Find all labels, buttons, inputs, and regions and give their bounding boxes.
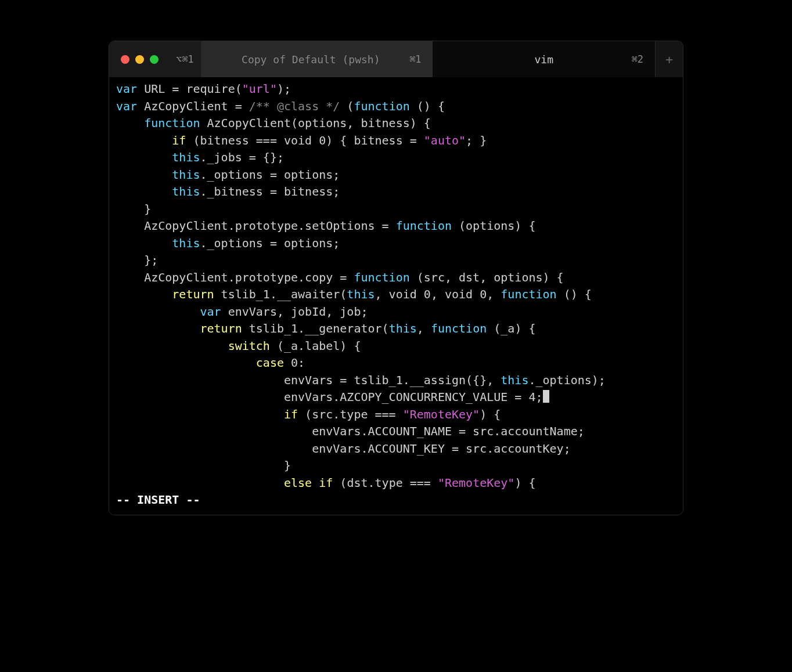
code-line: } <box>116 457 676 475</box>
code-token: ); <box>277 82 291 96</box>
code-line: this._bitness = bitness; <box>116 183 676 201</box>
code-token: return <box>200 321 242 335</box>
code-token: return <box>172 287 214 301</box>
tab-label: Copy of Default (pwsh) <box>213 53 409 66</box>
code-token: (_a) { <box>487 321 535 335</box>
code-token: /** @class */ <box>249 99 340 113</box>
code-token: envVars.AZCOPY_CONCURRENCY_VALUE = <box>116 390 528 404</box>
minimize-button[interactable] <box>135 55 144 64</box>
code-token <box>116 236 172 250</box>
code-token: AzCopyClient.prototype.copy = <box>116 270 354 284</box>
code-token: ._options); <box>528 373 605 387</box>
code-line: } <box>116 201 676 218</box>
code-token: function <box>354 270 409 284</box>
code-token: "RemoteKey" <box>438 476 514 490</box>
vim-status-mode: -- INSERT -- <box>116 492 676 512</box>
code-token: ; } <box>466 133 487 147</box>
code-token: ._options = options; <box>200 236 340 250</box>
code-token: AzCopyClient(options, bitness) { <box>200 116 431 130</box>
code-token <box>284 356 291 370</box>
code-token: tslib_1.__generator( <box>242 321 389 335</box>
code-token: var <box>116 82 137 96</box>
code-token: case <box>256 356 284 370</box>
code-token: if <box>284 407 298 421</box>
code-token: () { <box>557 287 592 301</box>
code-token: 0 <box>319 133 326 147</box>
code-token: (src, dst, options) { <box>410 270 564 284</box>
code-token: "auto" <box>424 133 466 147</box>
terminal-window: ⌥⌘1 Copy of Default (pwsh) ⌘1 vim ⌘2 + v… <box>109 41 683 515</box>
code-token <box>116 407 284 421</box>
code-line: AzCopyClient.prototype.setOptions = func… <box>116 218 676 235</box>
code-token: } <box>116 458 291 472</box>
code-token: , void <box>375 287 424 301</box>
code-token: function <box>354 99 409 113</box>
code-area[interactable]: var URL = require("url");var AzCopyClien… <box>109 77 683 515</box>
code-token <box>116 150 172 164</box>
code-token: () { <box>410 99 445 113</box>
code-token: tslib_1.__awaiter( <box>214 287 347 301</box>
code-token: }; <box>116 253 158 267</box>
code-token: , <box>417 321 431 335</box>
code-token: this <box>172 150 200 164</box>
code-token: this <box>501 373 528 387</box>
code-token: function <box>144 116 200 130</box>
code-token: (src.type === <box>298 407 403 421</box>
code-token: switch <box>228 339 270 353</box>
code-token: 0 <box>424 287 431 301</box>
code-line: var envVars, jobId, job; <box>116 304 676 321</box>
code-line: this._options = options; <box>116 167 676 184</box>
code-token <box>116 476 284 490</box>
code-token: ) { <box>480 407 501 421</box>
code-token: envVars.ACCOUNT_KEY = src.accountKey; <box>116 442 571 456</box>
code-token: ; <box>535 390 542 404</box>
code-token: AzCopyClient.prototype.setOptions = <box>116 219 396 233</box>
maximize-button[interactable] <box>150 55 159 64</box>
code-token: ( <box>340 99 354 113</box>
code-line: envVars.ACCOUNT_NAME = src.accountName; <box>116 423 676 440</box>
code-token: if <box>319 476 333 490</box>
code-token: function <box>501 287 556 301</box>
code-token: ) { <box>514 476 535 490</box>
tab-label: vim <box>444 53 643 66</box>
code-line: this._options = options; <box>116 235 676 252</box>
code-token: (dst.type === <box>333 476 438 490</box>
code-token: this <box>347 287 375 301</box>
code-token: "RemoteKey" <box>403 407 480 421</box>
code-token: var <box>200 305 221 319</box>
code-token <box>116 356 256 370</box>
tab-vim[interactable]: vim ⌘2 <box>433 41 655 77</box>
code-line: function AzCopyClient(options, bitness) … <box>116 115 676 132</box>
code-token: ._bitness = bitness; <box>200 185 340 198</box>
code-token: this <box>172 168 200 182</box>
code-token: function <box>431 321 487 335</box>
cursor <box>543 390 549 403</box>
code-token <box>116 133 172 147</box>
new-tab-button[interactable]: + <box>655 41 683 77</box>
code-line: AzCopyClient.prototype.copy = function (… <box>116 269 676 287</box>
code-line: envVars = tslib_1.__assign({}, this._opt… <box>116 372 676 389</box>
code-token: URL = require( <box>137 82 242 96</box>
plus-icon: + <box>665 52 673 67</box>
tab-pwsh[interactable]: Copy of Default (pwsh) ⌘1 <box>201 41 433 77</box>
code-line: return tslib_1.__generator(this, functio… <box>116 320 676 338</box>
code-token: else <box>284 476 312 490</box>
window-shortcut: ⌥⌘1 <box>169 53 201 65</box>
close-button[interactable] <box>121 55 129 64</box>
code-token: (options) { <box>452 219 536 233</box>
code-line: this._jobs = {}; <box>116 149 676 167</box>
code-token: : <box>298 356 305 370</box>
code-token: function <box>396 219 452 233</box>
code-token: this <box>172 185 200 198</box>
code-token: if <box>172 133 186 147</box>
code-token <box>116 321 200 335</box>
code-token: AzCopyClient = <box>137 99 249 113</box>
code-line: if (src.type === "RemoteKey") { <box>116 406 676 424</box>
code-line: case 0: <box>116 355 676 372</box>
code-token: , <box>487 287 501 301</box>
code-token: 0 <box>480 287 487 301</box>
tab-shortcut: ⌘2 <box>632 53 643 65</box>
code-token: ) { bitness = <box>326 133 424 147</box>
code-token <box>116 185 172 198</box>
titlebar: ⌥⌘1 Copy of Default (pwsh) ⌘1 vim ⌘2 + <box>109 41 683 77</box>
